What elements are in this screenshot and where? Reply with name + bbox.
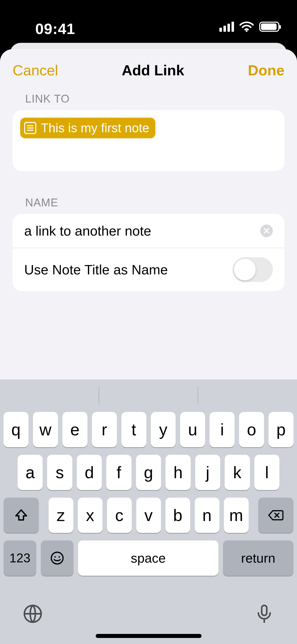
- status-time: 09:41: [35, 20, 75, 38]
- backspace-key[interactable]: [258, 498, 293, 533]
- key-j[interactable]: j: [195, 455, 220, 490]
- svg-point-2: [54, 556, 56, 558]
- cancel-button[interactable]: Cancel: [13, 62, 58, 79]
- shift-key[interactable]: [4, 498, 39, 533]
- svg-rect-5: [262, 605, 267, 616]
- home-indicator[interactable]: [96, 634, 202, 638]
- svg-point-3: [58, 556, 60, 558]
- key-c[interactable]: c: [107, 498, 132, 533]
- add-link-sheet: Cancel Add Link Done LINK TO This is my …: [0, 49, 297, 644]
- name-group: Use Note Title as Name: [13, 214, 284, 291]
- key-y[interactable]: y: [151, 412, 176, 447]
- key-q[interactable]: q: [4, 412, 28, 447]
- space-key[interactable]: space: [78, 540, 218, 576]
- keyboard-row-2: a s d f g h j k l: [4, 455, 293, 490]
- sheet-title: Add Link: [122, 62, 184, 79]
- key-r[interactable]: r: [92, 412, 117, 447]
- globe-icon: [23, 604, 43, 624]
- use-title-toggle[interactable]: [233, 257, 273, 282]
- numbers-key[interactable]: 123: [4, 540, 36, 576]
- status-icons: [219, 21, 279, 32]
- key-b[interactable]: b: [166, 498, 190, 533]
- emoji-icon: [50, 551, 64, 565]
- key-d[interactable]: d: [77, 455, 102, 490]
- keyboard: q w e r t y u i o p a s d f g h: [0, 379, 297, 644]
- dictation-key[interactable]: [254, 604, 274, 625]
- key-k[interactable]: k: [225, 455, 250, 490]
- svg-point-0: [246, 30, 248, 32]
- key-s[interactable]: s: [47, 455, 72, 490]
- key-t[interactable]: t: [121, 412, 146, 447]
- key-w[interactable]: w: [33, 412, 58, 447]
- key-n[interactable]: n: [195, 498, 219, 533]
- key-m[interactable]: m: [224, 498, 249, 533]
- status-bar: 09:41: [0, 0, 297, 45]
- globe-key[interactable]: [23, 604, 43, 625]
- linked-note-chip[interactable]: This is my first note: [20, 118, 155, 138]
- svg-point-1: [51, 552, 63, 564]
- name-input[interactable]: [24, 223, 260, 239]
- shift-icon: [14, 508, 28, 522]
- key-u[interactable]: u: [180, 412, 205, 447]
- key-a[interactable]: a: [18, 455, 43, 490]
- note-icon: [24, 122, 36, 134]
- clear-text-button[interactable]: [260, 224, 273, 237]
- section-label-name: NAME: [0, 196, 297, 214]
- name-row: [13, 214, 284, 248]
- keyboard-suggestion-bar[interactable]: [0, 379, 297, 408]
- key-z[interactable]: z: [49, 498, 73, 533]
- wifi-icon: [240, 21, 254, 32]
- section-label-linkto: LINK TO: [0, 92, 297, 110]
- return-key[interactable]: return: [223, 540, 293, 576]
- key-l[interactable]: l: [254, 455, 279, 490]
- nav-bar: Cancel Add Link Done: [0, 49, 297, 92]
- microphone-icon: [254, 604, 274, 624]
- cellular-signal-icon: [219, 22, 234, 32]
- battery-icon: [259, 22, 279, 32]
- backspace-icon: [268, 509, 284, 521]
- key-h[interactable]: h: [166, 455, 190, 490]
- key-e[interactable]: e: [62, 412, 87, 447]
- key-f[interactable]: f: [106, 455, 131, 490]
- done-button[interactable]: Done: [248, 62, 284, 79]
- key-o[interactable]: o: [239, 412, 264, 447]
- keyboard-row-3: z x c v b n m: [4, 498, 293, 533]
- keyboard-row-4: 123 space return: [4, 540, 293, 576]
- key-g[interactable]: g: [136, 455, 161, 490]
- key-i[interactable]: i: [210, 412, 235, 447]
- link-to-field[interactable]: This is my first note: [13, 110, 284, 171]
- emoji-key[interactable]: [41, 540, 74, 576]
- key-p[interactable]: p: [269, 412, 293, 447]
- keyboard-row-1: q w e r t y u i o p: [4, 412, 293, 447]
- x-icon: [264, 228, 269, 234]
- linked-note-chip-label: This is my first note: [41, 121, 149, 135]
- key-x[interactable]: x: [78, 498, 103, 533]
- use-title-label: Use Note Title as Name: [24, 262, 233, 277]
- key-v[interactable]: v: [136, 498, 161, 533]
- use-title-row: Use Note Title as Name: [13, 248, 284, 291]
